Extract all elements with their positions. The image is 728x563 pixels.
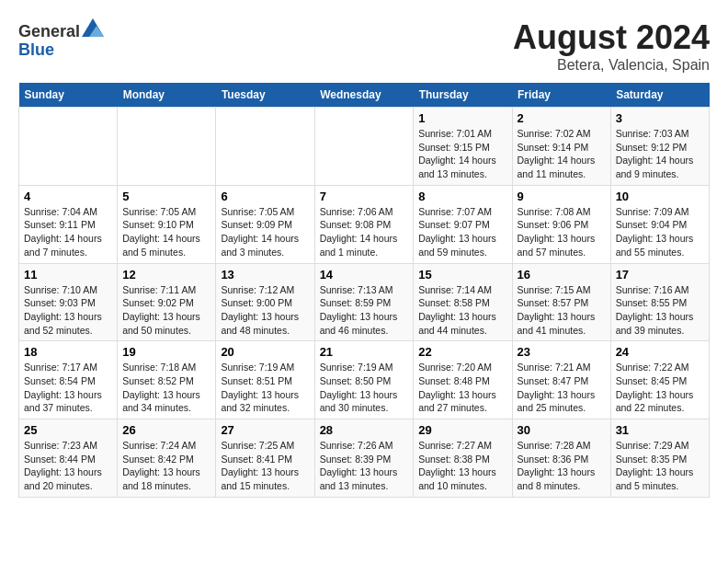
day-info: Sunrise: 7:18 AMSunset: 8:52 PMDaylight:…: [122, 361, 210, 415]
calendar-cell: 11Sunrise: 7:10 AMSunset: 9:03 PMDayligh…: [19, 263, 118, 341]
day-number: 11: [24, 268, 112, 282]
calendar-cell: 2Sunrise: 7:02 AMSunset: 9:14 PMDaylight…: [512, 108, 610, 186]
weekday-header: Monday: [118, 83, 216, 108]
calendar-cell: 13Sunrise: 7:12 AMSunset: 9:00 PMDayligh…: [216, 263, 314, 341]
calendar-cell: 5Sunrise: 7:05 AMSunset: 9:10 PMDaylight…: [118, 185, 216, 263]
day-info: Sunrise: 7:10 AMSunset: 9:03 PMDaylight:…: [24, 283, 112, 338]
weekday-header: Wednesday: [314, 83, 414, 108]
day-info: Sunrise: 7:04 AMSunset: 9:11 PMDaylight:…: [24, 205, 112, 259]
calendar-week-row: 1Sunrise: 7:01 AMSunset: 9:15 PMDaylight…: [19, 108, 710, 186]
calendar-cell: 10Sunrise: 7:09 AMSunset: 9:04 PMDayligh…: [610, 185, 709, 263]
day-info: Sunrise: 7:19 AMSunset: 8:50 PMDaylight:…: [320, 361, 409, 415]
weekday-header: Tuesday: [216, 83, 314, 108]
calendar-cell: 12Sunrise: 7:11 AMSunset: 9:02 PMDayligh…: [118, 263, 216, 341]
day-info: Sunrise: 7:28 AMSunset: 8:36 PMDaylight:…: [518, 439, 606, 493]
weekday-header: Thursday: [414, 83, 512, 108]
calendar-cell: 18Sunrise: 7:17 AMSunset: 8:54 PMDayligh…: [19, 341, 118, 419]
day-info: Sunrise: 7:19 AMSunset: 8:51 PMDaylight:…: [221, 361, 309, 415]
day-info: Sunrise: 7:12 AMSunset: 9:00 PMDaylight:…: [221, 283, 309, 338]
calendar-cell: [314, 108, 414, 186]
calendar-cell: 23Sunrise: 7:21 AMSunset: 8:47 PMDayligh…: [512, 341, 610, 419]
day-info: Sunrise: 7:05 AMSunset: 9:09 PMDaylight:…: [221, 205, 309, 259]
day-info: Sunrise: 7:16 AMSunset: 8:55 PMDaylight:…: [616, 283, 704, 338]
day-info: Sunrise: 7:05 AMSunset: 9:10 PMDaylight:…: [122, 205, 210, 259]
day-info: Sunrise: 7:01 AMSunset: 9:15 PMDaylight:…: [418, 127, 506, 181]
day-info: Sunrise: 7:14 AMSunset: 8:58 PMDaylight:…: [418, 283, 506, 338]
day-number: 10: [616, 190, 704, 203]
logo-icon: [82, 18, 104, 37]
day-number: 26: [122, 423, 210, 437]
calendar-cell: [19, 108, 118, 186]
logo: General Blue: [18, 18, 104, 60]
calendar-cell: 6Sunrise: 7:05 AMSunset: 9:09 PMDaylight…: [216, 185, 314, 263]
calendar-week-row: 18Sunrise: 7:17 AMSunset: 8:54 PMDayligh…: [19, 341, 710, 419]
day-number: 29: [418, 423, 506, 437]
day-info: Sunrise: 7:24 AMSunset: 8:42 PMDaylight:…: [122, 439, 210, 493]
day-info: Sunrise: 7:02 AMSunset: 9:14 PMDaylight:…: [518, 127, 606, 181]
day-info: Sunrise: 7:11 AMSunset: 9:02 PMDaylight:…: [122, 283, 210, 338]
day-number: 25: [24, 423, 112, 437]
weekday-header: Friday: [512, 83, 610, 108]
day-number: 4: [24, 190, 112, 203]
day-info: Sunrise: 7:17 AMSunset: 8:54 PMDaylight:…: [24, 361, 112, 415]
day-number: 16: [518, 268, 606, 282]
day-number: 6: [221, 190, 309, 203]
calendar-cell: 15Sunrise: 7:14 AMSunset: 8:58 PMDayligh…: [414, 263, 512, 341]
title-block: August 2024 Betera, Valencia, Spain: [513, 18, 710, 74]
day-info: Sunrise: 7:09 AMSunset: 9:04 PMDaylight:…: [616, 205, 704, 259]
calendar-cell: 28Sunrise: 7:26 AMSunset: 8:39 PMDayligh…: [314, 419, 414, 498]
day-number: 28: [320, 423, 409, 437]
day-info: Sunrise: 7:21 AMSunset: 8:47 PMDaylight:…: [518, 361, 606, 415]
calendar-cell: 21Sunrise: 7:19 AMSunset: 8:50 PMDayligh…: [314, 341, 414, 419]
calendar-cell: 25Sunrise: 7:23 AMSunset: 8:44 PMDayligh…: [19, 419, 118, 498]
day-number: 5: [122, 190, 210, 203]
day-number: 31: [616, 423, 704, 437]
calendar-cell: 8Sunrise: 7:07 AMSunset: 9:07 PMDaylight…: [414, 185, 512, 263]
calendar-cell: 7Sunrise: 7:06 AMSunset: 9:08 PMDaylight…: [314, 185, 414, 263]
calendar-cell: 24Sunrise: 7:22 AMSunset: 8:45 PMDayligh…: [610, 341, 709, 419]
day-info: Sunrise: 7:13 AMSunset: 8:59 PMDaylight:…: [320, 283, 409, 338]
day-number: 18: [24, 345, 112, 359]
calendar-cell: 30Sunrise: 7:28 AMSunset: 8:36 PMDayligh…: [512, 419, 610, 498]
day-info: Sunrise: 7:08 AMSunset: 9:06 PMDaylight:…: [518, 205, 606, 259]
day-info: Sunrise: 7:22 AMSunset: 8:45 PMDaylight:…: [616, 361, 704, 415]
day-info: Sunrise: 7:26 AMSunset: 8:39 PMDaylight:…: [320, 439, 409, 493]
calendar-cell: 4Sunrise: 7:04 AMSunset: 9:11 PMDaylight…: [19, 185, 118, 263]
day-number: 13: [221, 268, 309, 282]
weekday-row: SundayMondayTuesdayWednesdayThursdayFrid…: [19, 83, 710, 108]
calendar-cell: 14Sunrise: 7:13 AMSunset: 8:59 PMDayligh…: [314, 263, 414, 341]
day-number: 14: [320, 268, 409, 282]
day-info: Sunrise: 7:20 AMSunset: 8:48 PMDaylight:…: [418, 361, 506, 415]
day-info: Sunrise: 7:29 AMSunset: 8:35 PMDaylight:…: [616, 439, 704, 493]
day-number: 7: [320, 190, 409, 203]
day-number: 12: [122, 268, 210, 282]
calendar-cell: 1Sunrise: 7:01 AMSunset: 9:15 PMDaylight…: [414, 108, 512, 186]
calendar-cell: [118, 108, 216, 186]
day-number: 24: [616, 345, 704, 359]
calendar-week-row: 25Sunrise: 7:23 AMSunset: 8:44 PMDayligh…: [19, 419, 710, 498]
calendar-cell: 19Sunrise: 7:18 AMSunset: 8:52 PMDayligh…: [118, 341, 216, 419]
calendar-title: August 2024: [513, 18, 710, 57]
day-info: Sunrise: 7:27 AMSunset: 8:38 PMDaylight:…: [418, 439, 506, 493]
calendar-cell: [216, 108, 314, 186]
day-number: 9: [518, 190, 606, 203]
day-number: 23: [518, 345, 606, 359]
day-number: 22: [418, 345, 506, 359]
day-number: 8: [418, 190, 506, 203]
day-number: 1: [418, 111, 506, 125]
day-number: 30: [518, 423, 606, 437]
calendar-week-row: 4Sunrise: 7:04 AMSunset: 9:11 PMDaylight…: [19, 185, 710, 263]
calendar-cell: 17Sunrise: 7:16 AMSunset: 8:55 PMDayligh…: [610, 263, 709, 341]
calendar-cell: 20Sunrise: 7:19 AMSunset: 8:51 PMDayligh…: [216, 341, 314, 419]
calendar-week-row: 11Sunrise: 7:10 AMSunset: 9:03 PMDayligh…: [19, 263, 710, 341]
day-number: 20: [221, 345, 309, 359]
day-info: Sunrise: 7:15 AMSunset: 8:57 PMDaylight:…: [518, 283, 606, 338]
calendar-cell: 22Sunrise: 7:20 AMSunset: 8:48 PMDayligh…: [414, 341, 512, 419]
weekday-header: Sunday: [19, 83, 118, 108]
calendar-cell: 9Sunrise: 7:08 AMSunset: 9:06 PMDaylight…: [512, 185, 610, 263]
logo-blue-text: Blue: [18, 40, 54, 59]
day-info: Sunrise: 7:25 AMSunset: 8:41 PMDaylight:…: [221, 439, 309, 493]
calendar-table: SundayMondayTuesdayWednesdayThursdayFrid…: [18, 83, 710, 498]
calendar-cell: 3Sunrise: 7:03 AMSunset: 9:12 PMDaylight…: [610, 108, 709, 186]
calendar-cell: 16Sunrise: 7:15 AMSunset: 8:57 PMDayligh…: [512, 263, 610, 341]
